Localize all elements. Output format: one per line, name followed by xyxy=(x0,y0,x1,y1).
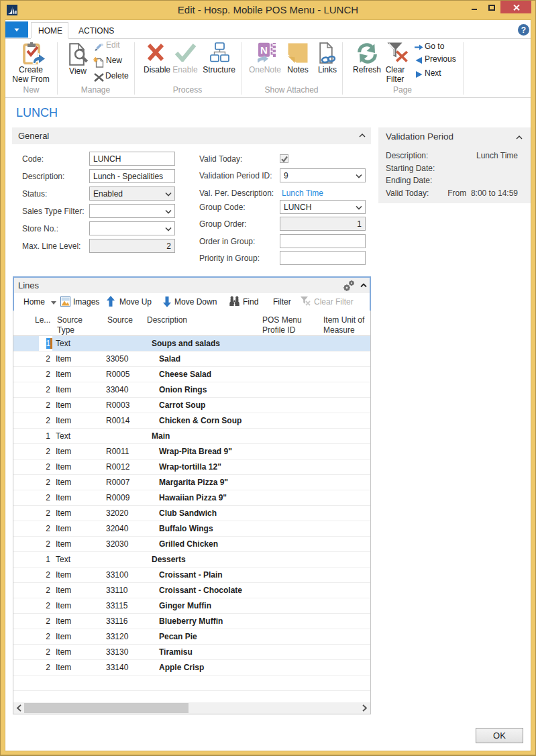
svg-text:?: ? xyxy=(521,25,526,35)
svg-text:N: N xyxy=(260,44,268,56)
